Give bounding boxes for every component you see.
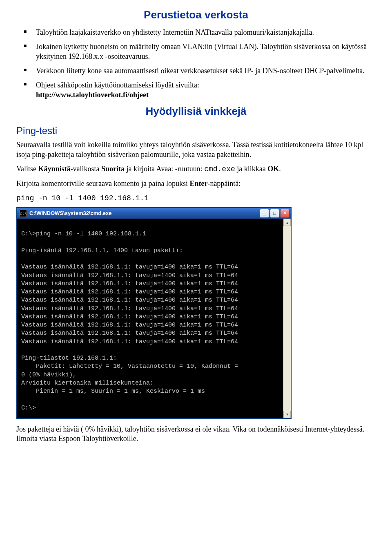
final-paragraph: Jos paketteja ei häviä ( 0% hävikki), ta… [16,425,376,444]
bullet-text: Ohjeet sähköpostin käyttöönottamiseksi l… [36,81,199,89]
email-instructions-link[interactable]: http://www.taloyhtioverkot.fi/ohjeet [36,91,149,99]
ping-intro-paragraph: Seuraavalla testillä voit kokeilla toimi… [16,140,376,159]
bullet-text: Taloyhtiön laajakaistaverkko on yhdistet… [36,28,314,36]
bullet-text: Verkkoon liitetty kone saa automaattises… [36,67,365,75]
bullet-item: Ohjeet sähköpostin käyttöönottamiseksi l… [36,81,376,100]
page-title-tips: Hyödyllisiä vinkkejä [16,105,376,119]
cmd-window-title: C:\WINDOWS\system32\cmd.exe [29,210,259,217]
info-bullet-list: Taloyhtiön laajakaistaverkko on yhdistet… [16,28,376,100]
cmd-titlebar[interactable]: c:\ C:\WINDOWS\system32\cmd.exe _ □ × [17,208,291,219]
run-cmd-paragraph: Valitse Käynnistä-valikosta Suorita ja k… [16,164,376,174]
close-button[interactable]: × [280,209,290,218]
bullet-item: Taloyhtiön laajakaistaverkko on yhdistet… [36,28,376,37]
scroll-down-icon[interactable]: ▾ [283,411,291,418]
page-title-main: Perustietoa verkosta [16,8,376,22]
enter-command-paragraph: Kirjoita komentoriville seuraava komento… [16,179,376,188]
scroll-up-icon[interactable]: ▴ [283,219,291,226]
section-ping-heading: Ping-testi [16,124,376,137]
bullet-item: Jokainen kytketty huoneisto on määritelt… [36,42,376,61]
minimize-button[interactable]: _ [260,209,269,218]
cmd-app-icon: c:\ [20,210,27,217]
cmd-window: c:\ C:\WINDOWS\system32\cmd.exe _ □ × C:… [16,207,292,419]
cmd-exe-code: cmd.exe [204,165,235,173]
scrollbar[interactable]: ▴ ▾ [283,219,291,418]
ping-command-text: ping -n 10 -l 1400 192.168.1.1 [16,194,376,203]
bullet-item: Verkkoon liitetty kone saa automaattises… [36,66,376,76]
maximize-button[interactable]: □ [270,209,279,218]
cmd-output-area[interactable]: C:\>ping -n 10 -l 1400 192.168.1.1 Ping-… [17,219,283,418]
bullet-text: Jokainen kytketty huoneisto on määritelt… [36,43,367,60]
